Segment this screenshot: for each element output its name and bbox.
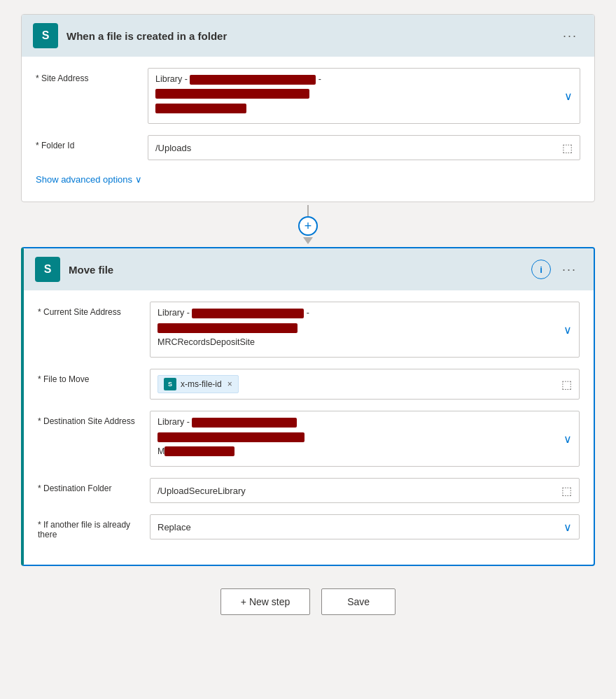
add-step-icon: +	[304, 219, 312, 234]
destination-site-label: * Destination Site Address	[38, 411, 150, 426]
page-wrapper: S When a file is created in a folder ···…	[0, 0, 616, 643]
site-address-label: * Site Address	[36, 68, 148, 83]
new-step-button[interactable]: + New step	[220, 588, 310, 615]
current-site-dropdown-icon[interactable]: ∨	[564, 323, 572, 337]
trigger-header-left: S When a file is created in a folder	[33, 23, 227, 48]
dest-site-line2	[158, 432, 554, 442]
destination-folder-field[interactable]: /UploadSecureLibrary ⬚	[150, 478, 580, 503]
site-address-line3	[155, 103, 554, 113]
show-advanced-button[interactable]: Show advanced options ∨	[36, 171, 142, 188]
move-file-info-button[interactable]: i	[531, 260, 551, 279]
show-advanced-label: Show advanced options	[36, 174, 132, 185]
save-label: Save	[347, 596, 370, 607]
folder-id-row: * Folder Id /Uploads ⬚	[36, 135, 580, 160]
save-button[interactable]: Save	[321, 588, 396, 615]
current-site-address-row: * Current Site Address Library - - MRCRe…	[38, 302, 580, 358]
dest-site-line3: M	[158, 446, 554, 457]
file-token: S x-ms-file-id ×	[158, 375, 239, 393]
move-file-body: * Current Site Address Library - - MRCRe…	[24, 290, 594, 565]
site-address-field[interactable]: Library - - ∨	[148, 68, 580, 124]
info-icon: i	[540, 264, 542, 275]
move-file-header-left: S Move file	[35, 257, 113, 282]
file-to-move-browse-icon[interactable]: ⬚	[561, 378, 572, 391]
file-token-close-icon[interactable]: ×	[227, 379, 232, 389]
site-address-row: * Site Address Library - - ∨	[36, 68, 580, 124]
move-file-icon: S	[35, 257, 60, 282]
if-another-dropdown-icon[interactable]: ∨	[564, 521, 572, 534]
destination-folder-label: * Destination Folder	[38, 478, 150, 493]
trigger-header: S When a file is created in a folder ···	[22, 15, 594, 57]
current-site-line2	[158, 323, 554, 333]
show-advanced-chevron-icon: ∨	[135, 174, 142, 185]
folder-id-browse-icon[interactable]: ⬚	[562, 141, 573, 155]
move-file-title: Move file	[69, 264, 113, 276]
trigger-body: * Site Address Library - - ∨	[22, 57, 594, 202]
destination-folder-browse-icon[interactable]: ⬚	[561, 484, 572, 497]
if-another-row: * If another file is already there Repla…	[38, 514, 580, 539]
if-another-field[interactable]: Replace ∨	[150, 514, 580, 539]
file-token-label: x-ms-file-id	[181, 379, 222, 389]
destination-folder-value: /UploadSecureLibrary	[158, 486, 246, 496]
connector-line-top	[307, 205, 309, 216]
destination-folder-row: * Destination Folder /UploadSecureLibrar…	[38, 478, 580, 503]
site-address-line1: Library - -	[155, 74, 554, 85]
file-to-move-row: * File to Move S x-ms-file-id × ⬚	[38, 369, 580, 400]
add-step-button[interactable]: +	[298, 216, 318, 236]
move-file-header-actions: i ···	[531, 260, 582, 280]
current-site-address-field[interactable]: Library - - MRCRecordsDepositSite ∨	[150, 302, 580, 358]
bottom-actions: + New step Save	[220, 588, 396, 615]
file-to-move-label: * File to Move	[38, 369, 150, 384]
site-address-line2	[155, 89, 554, 99]
connector: +	[298, 205, 318, 244]
move-file-card: S Move file i ··· * Current Site Address	[21, 247, 595, 566]
file-token-icon: S	[164, 378, 176, 390]
move-file-header: S Move file i ···	[24, 248, 594, 290]
current-site-address-label: * Current Site Address	[38, 302, 150, 317]
destination-site-row: * Destination Site Address Library - M ∨	[38, 411, 580, 467]
destination-site-field[interactable]: Library - M ∨	[150, 411, 580, 467]
current-site-line1: Library - -	[158, 308, 554, 318]
file-to-move-field[interactable]: S x-ms-file-id × ⬚	[150, 369, 580, 400]
move-file-dots-button[interactable]: ···	[556, 260, 582, 280]
connector-arrow	[303, 237, 313, 244]
folder-id-label: * Folder Id	[36, 135, 148, 150]
folder-id-value: /Uploads	[155, 143, 191, 153]
folder-id-field[interactable]: /Uploads ⬚	[148, 135, 580, 160]
destination-site-dropdown-icon[interactable]: ∨	[564, 432, 572, 446]
site-address-dropdown-icon[interactable]: ∨	[564, 90, 573, 103]
trigger-title: When a file is created in a folder	[66, 30, 227, 42]
dest-site-line1: Library -	[158, 417, 554, 428]
trigger-dots-button[interactable]: ···	[557, 26, 583, 46]
trigger-icon: S	[33, 23, 58, 48]
trigger-header-actions: ···	[557, 26, 583, 46]
new-step-label: + New step	[241, 596, 290, 607]
if-another-value: Replace	[158, 522, 191, 532]
current-site-line3: MRCRecordsDepositSite	[158, 337, 554, 347]
if-another-label: * If another file is already there	[38, 514, 150, 539]
trigger-card: S When a file is created in a folder ···…	[21, 14, 595, 202]
